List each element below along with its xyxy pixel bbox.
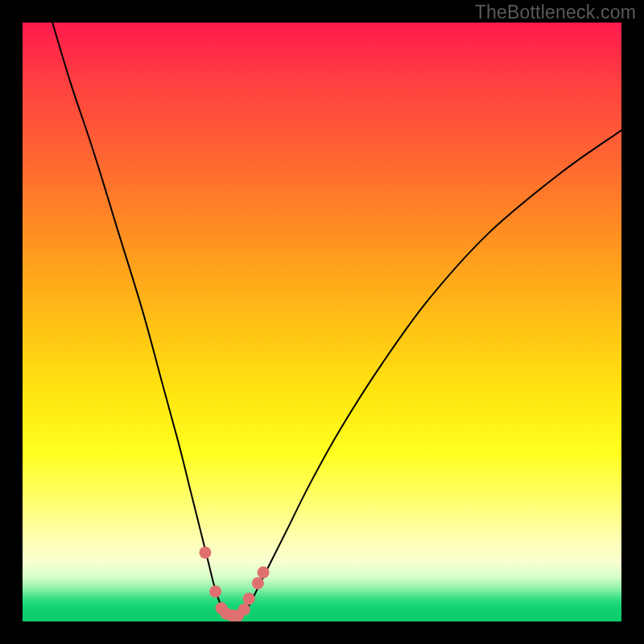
bottleneck-curve <box>52 23 621 616</box>
marker-group <box>199 547 269 621</box>
chart-svg <box>23 23 621 621</box>
marker-point <box>199 547 211 559</box>
marker-point <box>238 604 250 616</box>
marker-point <box>209 585 221 597</box>
chart-frame: TheBottleneck.com <box>0 0 644 644</box>
plot-area <box>23 23 621 621</box>
marker-point <box>258 567 270 579</box>
marker-point <box>243 592 255 605</box>
watermark-text: TheBottleneck.com <box>475 2 636 23</box>
marker-point <box>252 577 264 589</box>
